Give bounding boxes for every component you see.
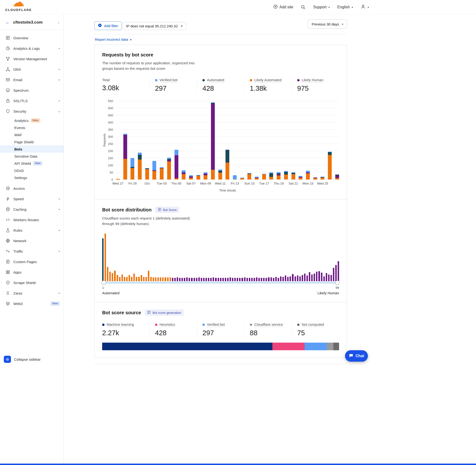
sidebar-item-security[interactable]: Security▴ [0,106,63,116]
requests-plot [116,101,339,180]
histogram-bar [222,278,224,281]
bar-segment-likely-automated [175,178,178,180]
support-menu[interactable]: Support ▾ [313,5,329,9]
sidebar-nav: OverviewAnalytics & Logs▾Version Managem… [0,30,63,309]
sidebar-item-workers-routes[interactable]: Workers Routes [0,214,63,225]
sidebar-item-settings[interactable]: Settings [0,174,63,181]
sidebar-item-apps[interactable]: Apps [0,267,63,277]
close-icon[interactable]: × [180,24,183,28]
language-menu[interactable]: English ▾ [337,5,353,9]
chart-bar [240,101,244,180]
stat-verified-bot[interactable]: Verified bot297 [197,322,244,337]
stat-likely-automated[interactable]: Likely Automated1.38k [244,78,292,92]
stat-heuristics[interactable]: Heuristics428 [149,322,197,337]
sidebar-item-zaraz[interactable]: Zaraz▾ [0,288,63,298]
chat-button[interactable]: Chat [345,350,368,362]
legend-dot [297,79,300,81]
sidebar-item-page-shield[interactable]: Page Shield [0,138,63,146]
chart-bar [277,101,281,180]
workers-icon [6,218,10,222]
bar-segment-likely-automated [306,173,310,180]
sidebar-item-version-management[interactable]: Version Management [0,53,63,64]
sidebar-item-custom-pages[interactable]: Custom Pages [0,256,63,267]
sidebar-item-scrape-shield[interactable]: Scrape Shield [0,277,63,288]
bar-segment-likely-human [204,174,207,175]
sidebar-item-dns[interactable]: DNS▾ [0,64,63,74]
back-arrow-icon[interactable]: ← [5,20,10,25]
histogram-bar [330,275,332,281]
sidebar-item-ssl-tls[interactable]: SSL/TLS▾ [0,95,63,106]
sidebar-item-label: Traffic [13,249,55,253]
stat-cloudflare-service[interactable]: Cloudflare service88 [244,322,292,337]
bar-segment-verified-bot [152,161,156,170]
cloudflare-logo[interactable]: CLOUDFLARE [5,2,32,12]
sidebar-item-web3[interactable]: Web3New [0,298,63,309]
histogram-bar [191,278,192,281]
slider-handle-max[interactable] [335,280,339,285]
account-menu[interactable]: ▾ [360,4,369,10]
add-filter-button[interactable]: Add filter [94,21,122,30]
sidebar-item-traffic[interactable]: Traffic▾ [0,246,63,256]
stat-verified-bot[interactable]: Verified bot297 [149,78,197,92]
sidebar-item-rules[interactable]: Rules▾ [0,225,63,235]
filter-chip[interactable]: IP does not equal 35.212.240.32 × [123,22,186,30]
sidebar-item-ddos[interactable]: DDoS [0,167,63,174]
search-icon[interactable] [301,5,306,10]
version-icon [6,57,10,61]
stat-machine-learning[interactable]: Machine learning2.27k [102,322,149,337]
gear-icon[interactable] [4,356,11,363]
sidebar-item-label: Sensitive Data [14,154,37,158]
bar-segment-likely-automated [123,159,127,180]
next-section-top-border [94,364,347,364]
x-tick-label: Tue 03 [157,182,167,185]
x-tick-label: Mon 23 [303,182,313,185]
histogram-bar [230,277,231,281]
sidebar-item-analytics-logs[interactable]: Analytics & Logs▾ [0,43,63,53]
sidebar-item-caching[interactable]: Caching▾ [0,204,63,214]
stat-label: Machine learning [107,322,134,327]
chevron-down-icon: ▾ [59,229,60,232]
sidebar-item-bots[interactable]: Bots [0,146,63,153]
add-site-button[interactable]: Add site [273,5,293,10]
chevron-down-icon: ▾ [59,47,60,50]
legend-dot [297,324,300,326]
requests-stats: Total3.08kVerified bot297Automated428Lik… [102,78,339,92]
y-tick-label: 400 [108,121,113,124]
stat-not-computed[interactable]: Not computed75 [292,322,339,337]
sidebar-item-spectrum[interactable]: Spectrum [0,85,63,95]
chevron-right-icon[interactable]: › [58,21,59,24]
x-tick-label: Sun 15 [244,182,254,185]
score-range-slider[interactable] [102,282,339,284]
date-range-select[interactable]: Previous 30 days ▾ [308,20,347,29]
sidebar-item-email[interactable]: Email▾ [0,74,63,85]
stat-automated[interactable]: Automated428 [197,78,244,92]
chart-bar [299,101,302,180]
stat-likely-human[interactable]: Likely Human975 [292,78,339,92]
sidebar-item-network[interactable]: Network [0,235,63,246]
slider-handle-min[interactable] [102,280,106,285]
sidebar-item-label: API Shield [14,161,31,166]
sidebar-item-events[interactable]: Events [0,124,63,131]
histogram-bar [321,273,322,281]
y-tick-label: 350 [108,128,113,131]
chart-bar [262,101,266,180]
histogram-bar [215,278,216,281]
stat-value: 297 [202,329,243,337]
bot-score-source-card: Bot score source Bot score generation Ma… [94,302,347,358]
sidebar-item-label: Scrape Shield [13,281,60,285]
sidebar-item-overview[interactable]: Overview [0,33,63,43]
sidebar-item-analytics[interactable]: AnalyticsBeta [0,117,63,124]
sidebar-item-access[interactable]: Access [0,183,63,194]
bar-segment-verified-bot [233,175,237,179]
sidebar-item-api-shield[interactable]: API ShieldNew [0,160,63,167]
collapse-sidebar[interactable]: Collapse sidebar [4,356,41,363]
bot-score-badge[interactable]: Bot Score [156,207,179,213]
sidebar-item-waf[interactable]: WAF [0,131,63,138]
sidebar-item-sensitive-data[interactable]: Sensitive Data [0,153,63,160]
sidebar-item-speed[interactable]: Speed▾ [0,194,63,204]
bot-score-generation-badge[interactable]: Bot score generation [145,309,184,316]
x-tick-label: Wed 27 [112,182,123,185]
bar-segment-likely-automated [284,175,288,180]
likely-human-label: Likely Human [317,291,339,295]
report-incorrect-data-link[interactable]: Report incorrect data ▸ [95,37,132,42]
